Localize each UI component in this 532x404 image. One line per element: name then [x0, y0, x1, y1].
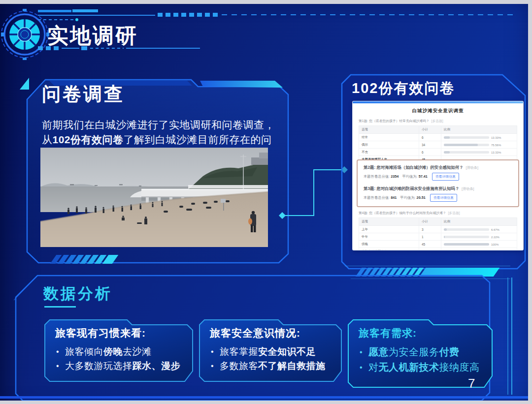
survey-q1-table: 选项 小计 比例 经常 6 13.33% 偶尔 34 75.56% 不去 6	[359, 125, 517, 163]
q4-text: 第4题: 您（或者您的孩子）倾向于什么时间段去白城沙滩？	[359, 211, 446, 215]
q4-row2-count: 1	[419, 233, 441, 241]
card-title: 旅客有需求:	[359, 326, 488, 340]
q4-row1-count: 3	[419, 226, 441, 233]
header-decor-bar-a	[38, 10, 71, 12]
survey-q2-label: 第2题: 您对海滩浴场（如白城沙滩）的安全感知如何？[滑动条]	[364, 165, 513, 170]
q4-valid-count: 45	[419, 248, 441, 250]
bullet-seg-bold: 愿意	[368, 346, 389, 357]
questionnaire-title: 问卷调查	[42, 82, 125, 107]
bullet-seg-bold: 无人机新技术	[379, 362, 439, 373]
col-count: 小计	[419, 218, 441, 226]
q4-row3-percent: 100%	[491, 243, 499, 246]
q1-header-row: 选项 小计 比例	[359, 126, 517, 134]
q1-row2-percent: 75.56%	[491, 144, 501, 147]
q4-row3-option: 傍晚	[359, 241, 419, 248]
header-underline-line	[62, 48, 79, 49]
q2-total-label: 本题答卷总分值:	[364, 174, 390, 179]
header-underline-dashes	[90, 48, 124, 49]
bullet-seg: 旅客倾向	[65, 346, 103, 357]
survey-q3-stats: 本题答卷总分值: 841 平均值为: 20.51 查看详细信息	[364, 194, 513, 202]
q4-row1-bar	[444, 228, 489, 231]
q2-tag: [滑动条]	[466, 165, 478, 170]
q1-row-2: 偶尔 34 75.56%	[359, 141, 517, 149]
bullet-seg: 为安全服务	[389, 346, 439, 357]
desc-line2-pre: 从	[42, 134, 53, 145]
connector-line	[278, 164, 348, 222]
q3-avg-value: 20.51	[417, 195, 426, 200]
page-title: 实地调研	[47, 22, 138, 50]
bottom-edge-bar	[0, 396, 528, 399]
card-bullet: 旅客倾向傍晚去沙滩	[55, 344, 188, 359]
data-analysis-underline	[44, 306, 76, 308]
header-decor-dot	[75, 18, 78, 21]
q4-row2-bar	[444, 236, 489, 238]
survey-q3-label: 第3题: 您对白城沙滩的防溺水安全措施有所认知吗？[滑动条]	[364, 186, 513, 191]
q2-avg-label: 平均值为:	[402, 174, 417, 179]
q1-row1-option: 经常	[359, 134, 419, 141]
divider-outline-right	[345, 266, 510, 266]
q4-tag: [多选题]	[448, 211, 460, 215]
col-ratio: 比例	[441, 218, 517, 226]
q1-row3-option: 不去	[359, 149, 419, 156]
q4-valid-row: 本题有效填写人次 45	[359, 248, 517, 250]
bullet-seg: 接纳度高	[439, 362, 480, 373]
bullet-seg: 去沙滩	[123, 346, 152, 357]
header-underline-squares	[38, 46, 60, 50]
q3-text: 第3题: 您对白城沙滩的防溺水安全措施有所认知吗？	[364, 186, 459, 191]
q3-total-value: 841	[391, 195, 397, 200]
bullet-seg-bold: 踩水、漫步	[133, 361, 181, 371]
right-accent-line-2	[511, 278, 512, 395]
analysis-card-awareness: 旅客安全意识情况: 旅客掌握安全知识不足 多数旅客不了解自救措施	[198, 319, 343, 383]
bullet-seg: 旅客掌握	[220, 346, 258, 357]
q1-row1-count: 6	[419, 134, 441, 141]
survey-q2-stats: 本题答卷总分值: 2354 平均值为: 57.41 查看详细信息	[364, 173, 513, 181]
col-count: 小计	[419, 126, 441, 134]
header-decor-subdash	[38, 19, 73, 20]
bullet-seg: 多数旅客	[220, 361, 258, 371]
survey-screenshot: 白城沙滩安全意识调查 第1题: 您（或者您的孩子）经常去白城沙滩吗？[多选题] …	[353, 101, 523, 250]
bullet-seg-bold: 安全知识不足	[258, 346, 316, 357]
highlight-box: 第2题: 您对海滩浴场（如白城沙滩）的安全感知如何？[滑动条] 本题答卷总分值:…	[357, 159, 519, 207]
q4-header-row: 选项 小计 比例	[359, 218, 517, 226]
q1-text: 第1题: 您（或者您的孩子）经常去白城沙滩吗？	[359, 119, 430, 123]
q1-row-3: 不去 6 13.33%	[359, 149, 517, 156]
bullet-seg-bold: 付费	[439, 346, 460, 357]
q1-row2-bar	[444, 144, 489, 146]
desc-line1: 前期我们在白城沙滩进行了实地调研和问卷调查，	[42, 119, 275, 130]
header-decor-bar-b	[72, 9, 98, 12]
q4-row-2: 中午 1 2.22%	[359, 233, 517, 241]
q2-text: 第2题: 您对海滩浴场（如白城沙滩）的安全感知如何？	[364, 165, 463, 170]
bullet-seg: 对	[368, 362, 379, 373]
q4-row1-option: 上午	[359, 226, 419, 233]
q3-detail-button[interactable]: 查看详细信息	[430, 194, 457, 202]
q3-total-label: 本题答卷总分值:	[364, 195, 390, 200]
header-underline-line2	[126, 48, 200, 49]
q4-row2-option: 中午	[359, 233, 419, 241]
divider-hatch-left	[53, 255, 117, 266]
q1-row1-percent: 13.33%	[491, 136, 501, 139]
card-title: 旅客现有习惯来看:	[55, 326, 188, 340]
q4-row1-percent: 6.67%	[491, 228, 499, 231]
slide: 实地调研 问卷调查 前期我们在白城沙滩进行了实地调研和问卷调查， 从102份有效…	[0, 4, 528, 401]
card-bullet: 多数旅客不了解自救措施	[210, 359, 337, 373]
col-ratio: 比例	[441, 126, 517, 134]
survey-q4-table: 选项 小计 比例 上午 3 6.67% 中午 1 2.22% 傍晚 45	[359, 218, 517, 250]
header-underline-square	[81, 46, 87, 50]
col-option: 选项	[359, 126, 419, 134]
q1-row1-bar	[444, 136, 489, 139]
q3-tag: [滑动条]	[462, 186, 474, 191]
q1-row3-bar	[444, 151, 489, 154]
q2-avg-value: 57.41	[419, 174, 428, 179]
q1-row2-count: 34	[419, 141, 441, 149]
survey-header-strip	[353, 101, 523, 103]
data-analysis-title: 数据分析	[43, 283, 112, 304]
q1-row3-percent: 13.33%	[491, 151, 501, 154]
q2-detail-button[interactable]: 查看详细信息	[432, 173, 459, 181]
bullet-seg-bold: 不了解自救措施	[258, 361, 326, 371]
card-title: 旅客安全意识情况:	[210, 326, 337, 340]
q1-row3-count: 6	[419, 149, 441, 156]
header-decor-squares	[158, 13, 218, 17]
card-bullet: 愿意为安全服务付费	[359, 344, 488, 360]
header-decor-line	[38, 15, 155, 16]
desc-line2-bold: 102份有效问卷	[53, 134, 124, 145]
